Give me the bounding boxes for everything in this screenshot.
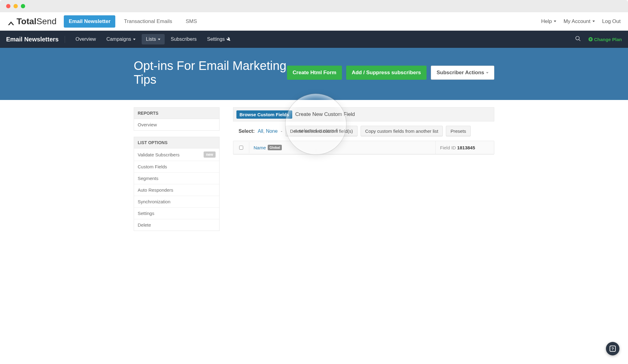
header-actions: Create Html Form Add / Suppress subscrib… [287,66,494,80]
caret-icon [592,21,595,22]
new-badge: new [204,151,216,158]
custom-fields-table: Name Global Field ID 1813845 [233,141,494,155]
select-label: Select: [239,128,255,134]
my-account-label: My Account [564,18,591,25]
logo-bold: Total [17,17,36,26]
mac-title-bar [0,0,628,12]
logo-light: Send [36,17,56,26]
search-icon[interactable] [575,36,581,43]
select-links: All, None [258,128,278,134]
subnav-settings[interactable]: Settings [203,34,235,44]
list-options-header: LIST OPTIONS [134,137,219,148]
global-badge: Global [268,145,282,150]
header-band: Opt-ins For Email Marketing Tips Create … [0,48,628,100]
subnav-subscribers[interactable]: Subscribers [167,34,201,44]
caret-icon [158,39,160,40]
page-title: Opt-ins For Email Marketing Tips [134,59,287,86]
subnav-settings-label: Settings [207,36,225,42]
tab-browse-custom-fields[interactable]: Browse Custom Fields [236,110,292,119]
subnav-overview[interactable]: Overview [71,34,100,44]
subscriber-actions-label: Subscriber Actions [437,70,484,76]
sidebar-settings[interactable]: Settings [134,208,219,219]
list-options-panel: LIST OPTIONS Validate Subscribers new Cu… [134,137,220,231]
subnav-right: Change Plan [575,36,622,43]
logo[interactable]: TotalSend [7,17,56,26]
sidebar-delete[interactable]: Delete [134,219,219,231]
help-label: Help [541,18,552,25]
main-column: Browse Custom Fields Create New Custom F… [233,107,494,237]
wrench-icon [226,36,230,42]
logo-icon [7,19,15,24]
change-plan-label: Change Plan [594,37,622,42]
tab-transactional-emails[interactable]: Transactional Emails [119,15,177,28]
sidebar-auto-responders[interactable]: Auto Responders [134,184,219,196]
reports-panel: REPORTS Overview [134,107,220,131]
tab-sms[interactable]: SMS [181,15,202,28]
subnav-lists[interactable]: Lists [142,34,165,44]
sub-nav: Email Newsletters Overview Campaigns Lis… [0,31,628,48]
add-suppress-subscribers-button[interactable]: Add / Suppress subscribers [346,66,427,80]
change-plan-link[interactable]: Change Plan [588,37,622,42]
sidebar-custom-fields[interactable]: Custom Fields [134,161,219,173]
top-right: Help My Account Log Out [541,18,621,25]
create-html-form-button[interactable]: Create Html Form [287,66,342,80]
tabs-row: Browse Custom Fields Create New Custom F… [233,107,494,121]
my-account-menu[interactable]: My Account [564,18,595,25]
caret-icon [486,72,488,74]
row-field-id-cell: Field ID 1813845 [436,141,494,154]
row-checkbox-cell [233,142,249,153]
copy-custom-fields-button[interactable]: Copy custom fields from another list [361,126,443,136]
svg-point-2 [576,36,580,40]
sidebar-validate-label: Validate Subscribers [138,152,179,157]
field-id-label: Field ID [440,145,456,150]
mac-minimize-dot[interactable] [13,4,18,8]
top-nav: TotalSend Email Newsletter Transactional… [0,12,628,31]
select-none-link[interactable]: None [266,128,278,134]
delete-selected-button[interactable]: Delete selected custom field(s) [285,126,358,136]
row-checkbox[interactable] [239,146,243,150]
sidebar-overview[interactable]: Overview [134,119,219,130]
custom-field-name-link[interactable]: Name [254,145,266,150]
help-menu[interactable]: Help [541,18,556,25]
presets-button[interactable]: Presets [446,126,471,136]
select-all-link[interactable]: All [258,128,263,134]
subscriber-actions-dropdown[interactable]: Subscriber Actions [431,66,494,80]
mac-close-dot[interactable] [6,4,10,8]
sidebar-segments[interactable]: Segments [134,173,219,184]
sidebar: REPORTS Overview LIST OPTIONS Validate S… [134,107,220,237]
caret-icon [133,39,136,40]
subnav-items: Overview Campaigns Lists Subscribers Set… [71,34,235,44]
subnav-title: Email Newsletters [6,36,65,43]
subnav-lists-label: Lists [146,36,156,42]
sidebar-synchronization[interactable]: Synchronization [134,196,219,208]
svg-line-3 [579,40,580,41]
tab-create-custom-field[interactable]: Create New Custom Field [293,110,357,119]
logout-link[interactable]: Log Out [602,18,621,25]
caret-icon [554,21,556,22]
reports-header: REPORTS [134,108,219,119]
content-wrap: REPORTS Overview LIST OPTIONS Validate S… [126,107,502,262]
subnav-campaigns[interactable]: Campaigns [102,34,140,44]
arrow-up-circle-icon [588,37,593,41]
mac-zoom-dot[interactable] [21,4,25,8]
divider: - [281,128,282,134]
select-row: Select: All, None - Delete selected cust… [233,121,494,141]
table-row: Name Global Field ID 1813845 [233,141,494,154]
field-id-value: 1813845 [457,145,475,150]
sidebar-validate-subscribers[interactable]: Validate Subscribers new [134,148,219,161]
subnav-campaigns-label: Campaigns [106,36,131,42]
tab-email-newsletter[interactable]: Email Newsletter [64,15,115,28]
row-name-cell: Name Global [249,141,436,154]
top-tabs: Email Newsletter Transactional Emails SM… [64,15,202,28]
